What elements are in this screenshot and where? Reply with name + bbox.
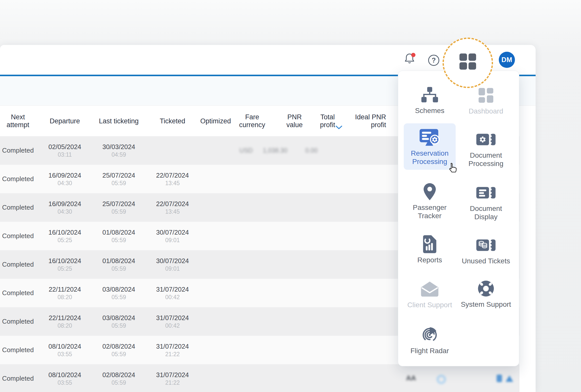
- help-icon: ?: [428, 54, 440, 66]
- menu-item-document-processing[interactable]: Document Processing: [460, 130, 512, 168]
- status-cell: Completed: [0, 250, 36, 279]
- svg-text:?: ?: [432, 57, 436, 64]
- last-ticketing-cell: 25/07/202405:59: [94, 193, 144, 222]
- ticketed-cell: 30/07/202409:01: [144, 250, 201, 279]
- departure-cell: 16/09/202404:30: [36, 165, 94, 193]
- menu-item-schemes[interactable]: Schemes: [404, 85, 456, 115]
- departure-cell: 08/10/202403:55: [36, 364, 94, 392]
- last-ticketing-cell: 01/08/202405:59: [94, 250, 144, 279]
- report-chart-icon: [404, 235, 456, 254]
- last-ticketing-cell: 03/08/202405:59: [94, 307, 144, 336]
- menu-item-label: Document Processing: [460, 151, 512, 168]
- menu-item-label: Flight Radar: [404, 347, 456, 355]
- ticket-lines-icon: [460, 183, 512, 202]
- menu-item-label: System Support: [460, 300, 512, 309]
- bell-icon: [403, 52, 417, 65]
- menu-item-document-display[interactable]: Document Display: [460, 183, 512, 221]
- ticket-gear-icon: [460, 130, 512, 149]
- menu-item-client-support[interactable]: Client Support: [404, 279, 456, 309]
- menu-item-label: Document Display: [460, 204, 512, 221]
- pnr-value-cell: 1,038.30: [256, 136, 294, 165]
- notification-badge: [411, 53, 416, 57]
- status-cell: Completed: [0, 222, 36, 250]
- total-profit-cell: 0.00: [296, 136, 327, 165]
- col-last-ticketing[interactable]: Last ticketing: [94, 106, 144, 136]
- status-cell: Completed: [0, 364, 36, 392]
- menu-item-label: Reports: [404, 256, 456, 264]
- last-ticketing-cell: 02/08/202405:59: [94, 364, 144, 392]
- menu-item-unused-tickets[interactable]: Unused Tickets: [460, 236, 512, 265]
- last-ticketing-cell: 01/08/202405:59: [94, 222, 144, 250]
- ticket-coins-icon: [460, 236, 512, 255]
- ticketed-cell: 22/07/202413:45: [144, 193, 201, 222]
- menu-item-label: Dashboard: [460, 107, 512, 115]
- menu-item-system-support[interactable]: System Support: [460, 279, 512, 309]
- screen: ? DM Next attempt Departure Last ticketi…: [0, 0, 581, 392]
- departure-cell: 02/05/202403:11: [36, 136, 94, 165]
- fare-currency-cell: USD: [235, 136, 258, 165]
- departure-cell: 16/10/202405:25: [36, 222, 94, 250]
- sort-desc-icon[interactable]: [335, 125, 342, 130]
- last-ticketing-cell: 03/08/202405:59: [94, 279, 144, 307]
- ticketed-cell: 30/07/202409:01: [144, 222, 201, 250]
- status-cell: Completed: [0, 307, 36, 336]
- cursor-pointer: [446, 162, 459, 176]
- ticketed-cell: 31/07/202421:22: [144, 364, 201, 392]
- status-cell: Completed: [0, 165, 36, 193]
- radar-icon: [404, 325, 456, 345]
- menu-item-flight-radar[interactable]: Flight Radar: [404, 325, 456, 355]
- col-total-profit[interactable]: Total profit: [315, 106, 340, 136]
- secondary-action-icon[interactable]: [505, 375, 513, 382]
- menu-item-reports[interactable]: Reports: [404, 235, 456, 264]
- status-cell: Completed: [0, 336, 36, 364]
- departure-cell: 22/11/202408:20: [36, 279, 94, 307]
- ticketed-cell: [144, 136, 201, 165]
- departure-cell: 08/10/202403:55: [36, 336, 94, 364]
- col-optimized[interactable]: Optimized: [201, 106, 230, 136]
- ticketed-cell: 31/07/202421:22: [144, 336, 201, 364]
- col-fare-currency[interactable]: Fare currency: [230, 106, 274, 136]
- last-ticketing-cell: 02/08/202405:59: [94, 336, 144, 364]
- departure-cell: 22/11/202408:20: [36, 307, 94, 336]
- envelope-icon: [404, 279, 456, 299]
- status-ring-icon[interactable]: [437, 375, 446, 384]
- col-pnr-value[interactable]: PNR value: [274, 106, 315, 136]
- status-cell: Completed: [0, 279, 36, 307]
- col-ideal-pnr-profit[interactable]: Ideal PNR profit: [340, 106, 390, 136]
- status-cell: Completed: [0, 136, 36, 165]
- sitemap-icon: [404, 85, 456, 104]
- menu-item-label: Schemes: [404, 106, 456, 115]
- departure-cell: 16/10/202405:25: [36, 250, 94, 279]
- menu-item-label: Client Support: [404, 301, 456, 309]
- help-button[interactable]: ?: [428, 54, 440, 67]
- apps-menu-button[interactable]: [443, 38, 493, 88]
- menu-item-label: Unused Tickets: [460, 257, 512, 265]
- apps-grid-icon: [459, 53, 476, 70]
- reservation-processing-icon: [404, 128, 456, 148]
- col-next-attempt[interactable]: Next attempt: [0, 106, 36, 136]
- col-departure[interactable]: Departure: [36, 106, 94, 136]
- map-pin-icon: [404, 182, 456, 201]
- menu-item-passenger-tracker[interactable]: Passenger Tracker: [404, 182, 456, 220]
- airline-code: AA: [403, 374, 419, 382]
- last-ticketing-cell: 25/07/202405:59: [94, 165, 144, 193]
- life-ring-icon: [460, 279, 512, 298]
- notifications-button[interactable]: [403, 52, 417, 66]
- ticketed-cell: 31/07/202400:42: [144, 307, 201, 336]
- col-ticketed[interactable]: Ticketed: [144, 106, 201, 136]
- ticketed-cell: 31/07/202400:42: [144, 279, 201, 307]
- menu-item-dashboard[interactable]: Dashboard: [460, 86, 512, 115]
- document-action-icon[interactable]: [496, 374, 503, 382]
- ticketed-cell: 22/07/202413:45: [144, 165, 201, 193]
- avatar[interactable]: DM: [499, 52, 515, 68]
- departure-cell: 16/09/202404:30: [36, 193, 94, 222]
- menu-item-label: Passenger Tracker: [404, 203, 456, 220]
- status-cell: Completed: [0, 193, 36, 222]
- last-ticketing-cell: 30/03/202404:59: [94, 136, 144, 165]
- dashboard-grid-icon: [460, 86, 512, 105]
